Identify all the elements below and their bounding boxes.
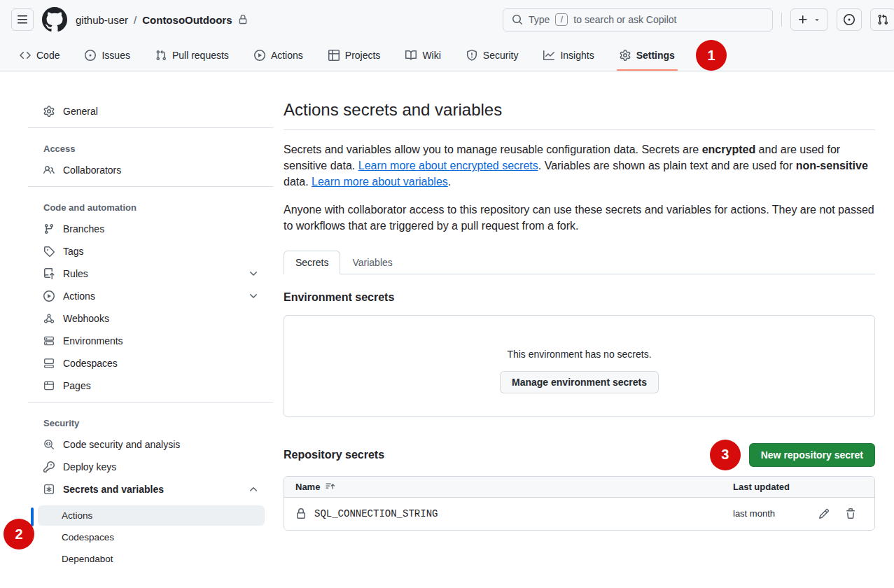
page-title: Actions secrets and variables (284, 99, 875, 130)
graph-icon (543, 50, 554, 61)
sidebar-item-label: Deploy keys (63, 461, 116, 472)
intro-paragraph-2: Anyone with collaborator access to this … (284, 202, 875, 234)
tab-label: Insights (560, 50, 594, 61)
play-icon (43, 290, 55, 302)
learn-more-encrypted-secrets-link[interactable]: Learn more about encrypted secrets (358, 160, 538, 172)
your-pull-requests-button[interactable] (870, 8, 894, 31)
gear-icon (620, 50, 631, 61)
sidebar-item-deploy-keys[interactable]: Deploy keys (38, 456, 265, 477)
sidebar-item-collaborators[interactable]: Collaborators (38, 160, 265, 181)
active-tab-underline (617, 69, 678, 71)
search-icon (512, 14, 523, 25)
codespaces-icon (43, 358, 55, 369)
slash-key-hint: / (555, 13, 568, 26)
sidebar-subitems-secrets-and-variables: ActionsCodespacesDependabot (28, 505, 273, 569)
repository-secrets-table: Name Last updated SQL_CONNECTION_STRINGl… (284, 476, 875, 531)
global-nav-menu-button[interactable] (11, 8, 34, 31)
annotation-step-3: 3 (710, 440, 741, 470)
secret-name: SQL_CONNECTION_STRING (314, 508, 438, 519)
tab-issues[interactable]: Issues (76, 39, 138, 71)
sidebar-item-pages[interactable]: Pages (38, 375, 265, 396)
webhook-icon (43, 313, 55, 324)
git-branch-icon (43, 223, 55, 234)
settings-sidebar: GeneralAccessCollaboratorsCode and autom… (28, 99, 273, 570)
sidebar-item-environments[interactable]: Environments (38, 330, 265, 351)
repo-push-icon (43, 268, 55, 279)
sidebar-item-label: Secrets and variables (63, 484, 164, 495)
breadcrumb-owner-link[interactable]: github-user (76, 14, 128, 26)
environment-secrets-heading: Environment secrets (284, 291, 875, 304)
project-icon (328, 50, 340, 61)
tab-actions[interactable]: Actions (246, 39, 312, 71)
sidebar-subitem-dependabot[interactable]: Dependabot (38, 549, 265, 569)
sidebar-section-title-access: Access (28, 134, 273, 158)
emphasis-text: encrypted (702, 144, 755, 155)
breadcrumb: github-user / ContosoOutdoors (76, 14, 248, 26)
sidebar-subitem-actions[interactable]: Actions (38, 505, 265, 526)
table-row: SQL_CONNECTION_STRINGlast month (284, 498, 874, 530)
breadcrumb-repo-link[interactable]: ContosoOutdoors (142, 14, 232, 26)
sidebar-item-secrets-and-variables[interactable]: Secrets and variables (38, 479, 265, 500)
tab-code[interactable]: Code (11, 39, 68, 71)
repo-nav: CodeIssuesPull requestsActionsProjectsWi… (0, 39, 894, 71)
sidebar-item-label: Environments (63, 335, 123, 346)
breadcrumb-separator: / (134, 14, 137, 26)
tab-security[interactable]: Security (458, 39, 527, 71)
sidebar-item-rules[interactable]: Rules (38, 263, 265, 284)
tab-secrets[interactable]: Secrets (284, 251, 340, 274)
tab-variables[interactable]: Variables (340, 251, 404, 274)
sidebar-item-label: Tags (63, 246, 84, 257)
tab-pull-requests[interactable]: Pull requests (147, 39, 237, 71)
github-logo-icon[interactable] (42, 7, 67, 32)
tab-label: Issues (102, 50, 130, 61)
shield-icon (466, 50, 477, 61)
name-column-header[interactable]: Name (295, 482, 733, 492)
delete-secret-button[interactable] (845, 508, 856, 519)
tab-label: Actions (271, 50, 303, 61)
sidebar-item-actions[interactable]: Actions (38, 286, 265, 307)
tab-insights[interactable]: Insights (535, 39, 602, 71)
search-input[interactable]: Type / to search or ask Copilot (503, 8, 773, 31)
tab-projects[interactable]: Projects (320, 39, 389, 71)
chevron-down-icon (248, 268, 259, 279)
your-issues-button[interactable] (837, 8, 862, 31)
edit-secret-button[interactable] (818, 508, 830, 519)
key-icon (43, 461, 55, 472)
create-new-button[interactable] (790, 8, 828, 31)
sidebar-divider (28, 127, 273, 128)
caret-down-icon (813, 15, 821, 24)
sidebar-item-webhooks[interactable]: Webhooks (38, 308, 265, 329)
manage-environment-secrets-button[interactable]: Manage environment secrets (500, 371, 659, 393)
new-repository-secret-button[interactable]: New repository secret (749, 443, 875, 467)
tab-wiki[interactable]: Wiki (397, 39, 449, 71)
search-placeholder-prefix: Type (529, 14, 550, 25)
sidebar-item-code-security-and-analysis[interactable]: Code security and analysis (38, 434, 265, 455)
learn-more-variables-link[interactable]: Learn more about variables (312, 176, 448, 188)
tab-settings[interactable]: Settings (611, 39, 683, 71)
sidebar-item-label: Webhooks (63, 313, 109, 324)
sidebar-item-tags[interactable]: Tags (38, 241, 265, 262)
sort-ascending-icon (326, 482, 335, 491)
table-header-row: Name Last updated (284, 477, 874, 498)
sidebar-item-general[interactable]: General (38, 101, 265, 122)
search-placeholder-suffix: to search or ask Copilot (573, 14, 676, 25)
sidebar-item-branches[interactable]: Branches (38, 218, 265, 239)
chevron-up-icon (248, 484, 259, 495)
header-divider (781, 13, 782, 27)
intro-text: Secrets and variables allow you to manag… (284, 141, 875, 234)
sidebar-item-label: General (63, 106, 98, 117)
sidebar-subitem-codespaces[interactable]: Codespaces (38, 527, 265, 547)
sidebar-item-label: Branches (63, 223, 104, 234)
table-body: SQL_CONNECTION_STRINGlast month (284, 498, 874, 530)
pull-request-icon (877, 14, 888, 25)
sidebar-item-codespaces[interactable]: Codespaces (38, 353, 265, 374)
main-content: Actions secrets and variables Secrets an… (273, 99, 875, 570)
sidebar-subitem-label: Codespaces (62, 532, 114, 542)
issues-icon (844, 14, 855, 25)
last-updated-value: last month (733, 508, 818, 519)
emphasis-text: non-sensitive (796, 160, 868, 172)
header-actions: Type / to search or ask Copilot (503, 8, 894, 31)
hamburger-icon (17, 14, 28, 25)
codescan-icon (43, 439, 55, 450)
sidebar-item-label: Collaborators (63, 164, 121, 176)
